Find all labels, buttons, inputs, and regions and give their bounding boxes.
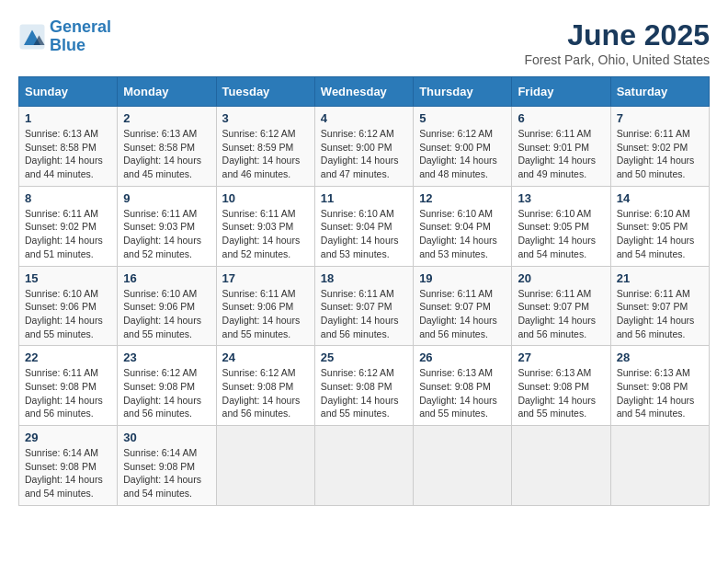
day-number: 11 bbox=[321, 191, 407, 205]
day-info: Sunrise: 6:10 AMSunset: 9:05 PMDaylight:… bbox=[617, 207, 703, 261]
day-of-week-header: Saturday bbox=[610, 77, 709, 107]
calendar-day-cell: 27Sunrise: 6:13 AMSunset: 9:08 PMDayligh… bbox=[512, 346, 610, 426]
day-of-week-header: Tuesday bbox=[216, 77, 314, 107]
day-number: 23 bbox=[123, 350, 210, 364]
day-of-week-header: Sunday bbox=[19, 77, 118, 107]
day-number: 2 bbox=[123, 111, 210, 125]
calendar-day-cell bbox=[216, 426, 314, 506]
day-number: 6 bbox=[518, 111, 604, 125]
day-info: Sunrise: 6:12 AMSunset: 9:00 PMDaylight:… bbox=[419, 127, 506, 181]
calendar-day-cell: 21Sunrise: 6:11 AMSunset: 9:07 PMDayligh… bbox=[610, 266, 709, 346]
day-of-week-header: Thursday bbox=[414, 77, 512, 107]
calendar-day-cell bbox=[314, 426, 413, 506]
calendar-day-cell: 18Sunrise: 6:11 AMSunset: 9:07 PMDayligh… bbox=[314, 266, 413, 346]
calendar-day-cell: 20Sunrise: 6:11 AMSunset: 9:07 PMDayligh… bbox=[512, 266, 610, 346]
day-number: 25 bbox=[321, 350, 407, 364]
day-info: Sunrise: 6:14 AMSunset: 9:08 PMDaylight:… bbox=[25, 446, 111, 500]
calendar-day-cell: 9Sunrise: 6:11 AMSunset: 9:03 PMDaylight… bbox=[118, 186, 216, 266]
calendar-table: SundayMondayTuesdayWednesdayThursdayFrid… bbox=[18, 76, 710, 506]
day-info: Sunrise: 6:10 AMSunset: 9:04 PMDaylight:… bbox=[321, 207, 407, 261]
calendar-week-row: 8Sunrise: 6:11 AMSunset: 9:02 PMDaylight… bbox=[19, 186, 710, 266]
day-info: Sunrise: 6:11 AMSunset: 9:02 PMDaylight:… bbox=[25, 207, 111, 261]
month-title: June 2025 bbox=[524, 18, 710, 52]
day-info: Sunrise: 6:12 AMSunset: 9:08 PMDaylight:… bbox=[222, 366, 309, 420]
calendar-day-cell: 30Sunrise: 6:14 AMSunset: 9:08 PMDayligh… bbox=[118, 426, 216, 506]
calendar-week-row: 29Sunrise: 6:14 AMSunset: 9:08 PMDayligh… bbox=[19, 426, 710, 506]
day-number: 1 bbox=[25, 111, 111, 125]
logo-icon bbox=[18, 23, 46, 51]
day-info: Sunrise: 6:12 AMSunset: 9:08 PMDaylight:… bbox=[123, 366, 210, 420]
day-number: 4 bbox=[321, 111, 407, 125]
calendar-day-cell: 23Sunrise: 6:12 AMSunset: 9:08 PMDayligh… bbox=[118, 346, 216, 426]
calendar-day-cell: 16Sunrise: 6:10 AMSunset: 9:06 PMDayligh… bbox=[118, 266, 216, 346]
day-number: 29 bbox=[25, 431, 111, 444]
day-number: 7 bbox=[617, 111, 703, 125]
day-info: Sunrise: 6:10 AMSunset: 9:06 PMDaylight:… bbox=[25, 287, 111, 341]
day-info: Sunrise: 6:14 AMSunset: 9:08 PMDaylight:… bbox=[123, 446, 210, 500]
calendar-day-cell bbox=[512, 426, 610, 506]
logo-text: General Blue bbox=[50, 18, 111, 55]
day-number: 13 bbox=[518, 191, 604, 205]
calendar-day-cell: 17Sunrise: 6:11 AMSunset: 9:06 PMDayligh… bbox=[216, 266, 314, 346]
calendar-day-cell bbox=[414, 426, 512, 506]
calendar-header-row: SundayMondayTuesdayWednesdayThursdayFrid… bbox=[19, 77, 710, 107]
calendar-day-cell: 2Sunrise: 6:13 AMSunset: 8:58 PMDaylight… bbox=[118, 107, 216, 187]
day-info: Sunrise: 6:10 AMSunset: 9:04 PMDaylight:… bbox=[419, 207, 506, 261]
calendar-day-cell: 8Sunrise: 6:11 AMSunset: 9:02 PMDaylight… bbox=[19, 186, 118, 266]
calendar-day-cell: 15Sunrise: 6:10 AMSunset: 9:06 PMDayligh… bbox=[19, 266, 118, 346]
day-of-week-header: Monday bbox=[118, 77, 216, 107]
day-info: Sunrise: 6:11 AMSunset: 9:01 PMDaylight:… bbox=[518, 127, 604, 181]
calendar-day-cell: 12Sunrise: 6:10 AMSunset: 9:04 PMDayligh… bbox=[414, 186, 512, 266]
day-number: 27 bbox=[518, 350, 604, 364]
day-number: 17 bbox=[222, 271, 309, 285]
day-info: Sunrise: 6:11 AMSunset: 9:07 PMDaylight:… bbox=[617, 287, 703, 341]
day-info: Sunrise: 6:11 AMSunset: 9:07 PMDaylight:… bbox=[321, 287, 407, 341]
day-info: Sunrise: 6:11 AMSunset: 9:07 PMDaylight:… bbox=[518, 287, 604, 341]
day-info: Sunrise: 6:12 AMSunset: 8:59 PMDaylight:… bbox=[222, 127, 309, 181]
day-number: 20 bbox=[518, 271, 604, 285]
calendar-day-cell: 28Sunrise: 6:13 AMSunset: 9:08 PMDayligh… bbox=[610, 346, 709, 426]
day-info: Sunrise: 6:11 AMSunset: 9:03 PMDaylight:… bbox=[123, 207, 210, 261]
day-info: Sunrise: 6:11 AMSunset: 9:08 PMDaylight:… bbox=[25, 366, 111, 420]
calendar-day-cell: 19Sunrise: 6:11 AMSunset: 9:07 PMDayligh… bbox=[414, 266, 512, 346]
day-number: 19 bbox=[419, 271, 506, 285]
day-number: 14 bbox=[617, 191, 703, 205]
calendar-day-cell: 1Sunrise: 6:13 AMSunset: 8:58 PMDaylight… bbox=[19, 107, 118, 187]
day-info: Sunrise: 6:11 AMSunset: 9:06 PMDaylight:… bbox=[222, 287, 309, 341]
day-info: Sunrise: 6:13 AMSunset: 9:08 PMDaylight:… bbox=[617, 366, 703, 420]
day-number: 8 bbox=[25, 191, 111, 205]
day-info: Sunrise: 6:12 AMSunset: 9:08 PMDaylight:… bbox=[321, 366, 407, 420]
day-info: Sunrise: 6:13 AMSunset: 9:08 PMDaylight:… bbox=[518, 366, 604, 420]
location-text: Forest Park, Ohio, United States bbox=[524, 52, 710, 67]
day-number: 3 bbox=[222, 111, 309, 125]
day-number: 10 bbox=[222, 191, 309, 205]
day-number: 22 bbox=[25, 350, 111, 364]
day-number: 12 bbox=[419, 191, 506, 205]
day-info: Sunrise: 6:13 AMSunset: 8:58 PMDaylight:… bbox=[123, 127, 210, 181]
day-info: Sunrise: 6:13 AMSunset: 9:08 PMDaylight:… bbox=[419, 366, 506, 420]
calendar-day-cell: 10Sunrise: 6:11 AMSunset: 9:03 PMDayligh… bbox=[216, 186, 314, 266]
day-number: 18 bbox=[321, 271, 407, 285]
calendar-day-cell: 26Sunrise: 6:13 AMSunset: 9:08 PMDayligh… bbox=[414, 346, 512, 426]
calendar-day-cell: 22Sunrise: 6:11 AMSunset: 9:08 PMDayligh… bbox=[19, 346, 118, 426]
day-number: 21 bbox=[617, 271, 703, 285]
day-info: Sunrise: 6:10 AMSunset: 9:06 PMDaylight:… bbox=[123, 287, 210, 341]
calendar-day-cell: 14Sunrise: 6:10 AMSunset: 9:05 PMDayligh… bbox=[610, 186, 709, 266]
calendar-day-cell: 11Sunrise: 6:10 AMSunset: 9:04 PMDayligh… bbox=[314, 186, 413, 266]
calendar-day-cell: 24Sunrise: 6:12 AMSunset: 9:08 PMDayligh… bbox=[216, 346, 314, 426]
calendar-day-cell: 3Sunrise: 6:12 AMSunset: 8:59 PMDaylight… bbox=[216, 107, 314, 187]
day-info: Sunrise: 6:10 AMSunset: 9:05 PMDaylight:… bbox=[518, 207, 604, 261]
day-number: 15 bbox=[25, 271, 111, 285]
logo: General Blue bbox=[18, 18, 111, 55]
title-area: June 2025 Forest Park, Ohio, United Stat… bbox=[524, 18, 710, 67]
calendar-day-cell: 13Sunrise: 6:10 AMSunset: 9:05 PMDayligh… bbox=[512, 186, 610, 266]
day-info: Sunrise: 6:13 AMSunset: 8:58 PMDaylight:… bbox=[25, 127, 111, 181]
page-header: General Blue June 2025 Forest Park, Ohio… bbox=[18, 18, 710, 67]
calendar-day-cell: 4Sunrise: 6:12 AMSunset: 9:00 PMDaylight… bbox=[314, 107, 413, 187]
calendar-week-row: 22Sunrise: 6:11 AMSunset: 9:08 PMDayligh… bbox=[19, 346, 710, 426]
day-info: Sunrise: 6:12 AMSunset: 9:00 PMDaylight:… bbox=[321, 127, 407, 181]
calendar-day-cell: 6Sunrise: 6:11 AMSunset: 9:01 PMDaylight… bbox=[512, 107, 610, 187]
calendar-day-cell: 5Sunrise: 6:12 AMSunset: 9:00 PMDaylight… bbox=[414, 107, 512, 187]
day-number: 5 bbox=[419, 111, 506, 125]
calendar-day-cell: 25Sunrise: 6:12 AMSunset: 9:08 PMDayligh… bbox=[314, 346, 413, 426]
